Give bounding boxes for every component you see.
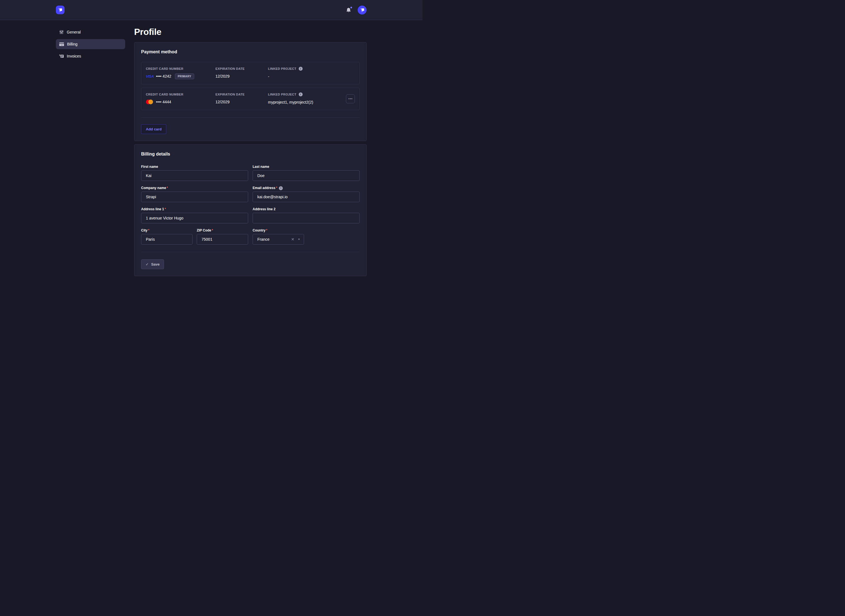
required-asterisk: *: [266, 229, 267, 233]
zip-code-input[interactable]: [197, 234, 248, 245]
credit-card-row-mastercard: CREDIT CARD NUMBER •••• 4444 EXPIRATION …: [141, 88, 360, 110]
card-last-digits: •••• 4444: [156, 100, 171, 104]
visa-logo-icon: VISA: [146, 74, 154, 78]
info-icon[interactable]: i: [279, 186, 283, 190]
first-name-input[interactable]: [141, 170, 248, 181]
email-field: Email address * i: [253, 186, 360, 202]
credit-card-icon: [59, 43, 64, 46]
invoice-icon: $: [59, 54, 64, 59]
linked-project-column-label: LINKED PROJECT: [268, 67, 297, 70]
card-last-digits: •••• 4242: [156, 74, 171, 78]
expiration-column-label: EXPIRATION DATE: [215, 67, 268, 70]
section-divider: [141, 252, 360, 252]
save-button[interactable]: ✓ Save: [141, 260, 164, 269]
ellipsis-icon: •••: [348, 97, 353, 100]
notification-dot: [350, 7, 352, 8]
settings-nav: General Billing $ Invoices: [56, 20, 125, 63]
billing-details-form: First name Last name Company name *: [141, 165, 360, 245]
address-line-1-label: Address line 1 *: [141, 207, 248, 211]
company-name-input[interactable]: [141, 192, 248, 202]
billing-details-section: Billing details First name Last name: [134, 144, 367, 276]
linked-project-value: myproject1, myproject2(2): [268, 99, 346, 105]
payment-method-section: Payment method CREDIT CARD NUMBER VISA •…: [134, 42, 367, 141]
required-asterisk: *: [276, 186, 277, 190]
sidebar-item-label: General: [67, 30, 81, 34]
country-selected-value: France: [257, 237, 288, 242]
bell-icon: [346, 7, 351, 13]
linked-project-column-label: LINKED PROJECT: [268, 93, 297, 96]
sliders-icon: [59, 30, 64, 34]
card-number-column-label: CREDIT CARD NUMBER: [146, 67, 215, 70]
payment-cards-list: CREDIT CARD NUMBER VISA •••• 4242 PRIMAR…: [141, 62, 360, 110]
country-select[interactable]: France ✕ ▼: [253, 234, 304, 245]
notifications-button[interactable]: [346, 7, 351, 13]
strapi-mark-icon: [359, 7, 365, 13]
page-title: Profile: [134, 26, 367, 37]
card-expiration: 12/2029: [215, 73, 268, 79]
last-name-field: Last name: [253, 165, 360, 181]
required-asterisk: *: [148, 229, 150, 233]
company-name-label: Company name *: [141, 186, 248, 190]
email-input[interactable]: [253, 192, 360, 202]
info-icon[interactable]: i: [299, 92, 303, 96]
city-label: City *: [141, 229, 193, 233]
clear-icon[interactable]: ✕: [291, 238, 294, 241]
check-icon: ✓: [145, 263, 148, 266]
add-card-button[interactable]: Add card: [141, 124, 166, 134]
address-line-1-field: Address line 1 *: [141, 207, 248, 223]
city-field: City *: [141, 229, 193, 245]
sidebar-item-label: Invoices: [67, 54, 81, 59]
address-line-2-field: Address line 2: [253, 207, 360, 223]
mastercard-logo-icon: [146, 100, 154, 104]
zip-code-label: ZIP Code *: [197, 229, 248, 233]
required-asterisk: *: [165, 207, 166, 211]
address-line-1-input[interactable]: [141, 213, 248, 223]
sidebar-item-label: Billing: [67, 42, 77, 46]
svg-text:$: $: [59, 54, 60, 56]
strapi-mark-icon: [57, 7, 63, 13]
sidebar-item-invoices[interactable]: $ Invoices: [56, 51, 125, 61]
save-button-label: Save: [151, 262, 160, 266]
last-name-label: Last name: [253, 165, 360, 169]
city-zip-row: City * ZIP Code *: [141, 229, 248, 245]
payment-method-title: Payment method: [141, 49, 360, 55]
chevron-down-icon[interactable]: ▼: [298, 238, 300, 241]
first-name-label: First name: [141, 165, 248, 169]
expiration-column-label: EXPIRATION DATE: [215, 93, 268, 96]
required-asterisk: *: [166, 186, 168, 190]
card-number-column-label: CREDIT CARD NUMBER: [146, 93, 215, 96]
zip-code-field: ZIP Code *: [197, 229, 248, 245]
sidebar-item-billing[interactable]: Billing: [56, 39, 125, 49]
card-actions-menu-button[interactable]: •••: [346, 94, 355, 103]
credit-card-row-visa: CREDIT CARD NUMBER VISA •••• 4242 PRIMAR…: [141, 62, 360, 84]
topbar-actions: [346, 6, 367, 15]
first-name-field: First name: [141, 165, 248, 181]
country-label: Country *: [253, 229, 360, 233]
company-name-field: Company name *: [141, 186, 248, 202]
address-line-2-label: Address line 2: [253, 207, 360, 211]
primary-badge: PRIMARY: [175, 73, 194, 79]
sidebar-item-general[interactable]: General: [56, 27, 125, 37]
card-expiration: 12/2029: [215, 99, 268, 105]
strapi-logo[interactable]: [56, 6, 65, 14]
info-icon[interactable]: i: [299, 67, 303, 70]
email-label: Email address * i: [253, 186, 360, 190]
city-input[interactable]: [141, 234, 193, 245]
last-name-input[interactable]: [253, 170, 360, 181]
user-avatar[interactable]: [358, 6, 367, 15]
address-line-2-input[interactable]: [253, 213, 360, 223]
topbar: [0, 0, 422, 20]
billing-details-title: Billing details: [141, 151, 360, 157]
country-field: Country * France ✕ ▼: [253, 229, 360, 245]
linked-project-value: -: [268, 73, 355, 79]
required-asterisk: *: [212, 229, 213, 233]
